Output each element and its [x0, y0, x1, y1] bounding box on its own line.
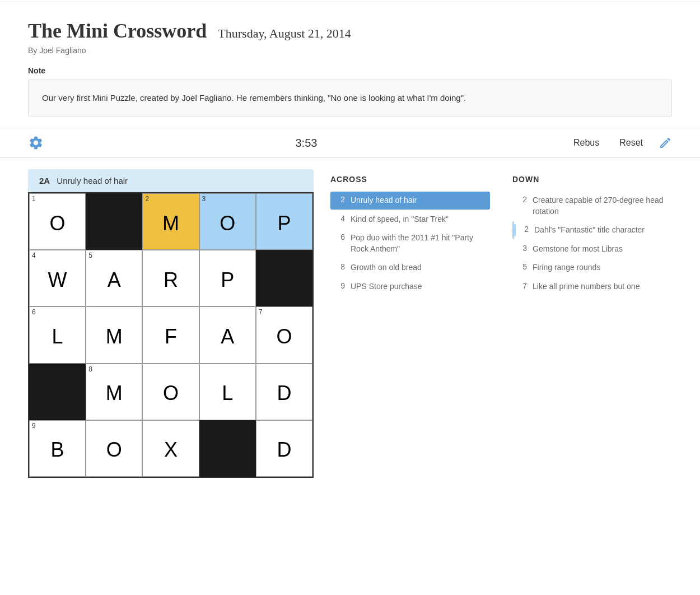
down-clue-4[interactable]: 7Like all prime numbers but one	[512, 278, 672, 296]
clue-number: 6	[336, 233, 345, 254]
clue-text: Like all prime numbers but one	[533, 281, 666, 292]
across-clue-9[interactable]: 9UPS Store purchase	[330, 278, 490, 296]
grid-cell-4-1[interactable]: O	[86, 420, 142, 477]
grid-wrapper: 1O2M3OP4W5ARP6LMFA7O8MOLD9BOXD	[28, 192, 314, 478]
rebus-button[interactable]: Rebus	[569, 136, 604, 150]
cell-letter: O	[276, 325, 292, 348]
grid-cell-3-1[interactable]: 8M	[86, 364, 142, 420]
cell-letter: D	[277, 382, 291, 405]
clue-bar-text: Unruly head of hair	[57, 176, 128, 185]
across-clue-6[interactable]: 6Pop duo with the 2011 #1 hit "Party Roc…	[330, 229, 490, 258]
cell-number: 6	[32, 309, 36, 315]
grid-cell-0-1[interactable]	[86, 193, 142, 250]
cell-letter: D	[277, 438, 291, 462]
cell-letter: O	[220, 212, 235, 235]
grid-cell-2-4[interactable]: 7O	[256, 306, 312, 363]
grid-cell-2-3[interactable]: A	[199, 306, 256, 363]
cell-letter: O	[50, 212, 66, 235]
grid-cell-0-2[interactable]: 2M	[142, 193, 199, 250]
grid-cell-1-3[interactable]: P	[199, 250, 256, 306]
clue-number: 7	[518, 281, 527, 292]
grid-cell-1-0[interactable]: 4W	[29, 250, 86, 306]
cell-number: 3	[202, 196, 206, 202]
note-box: Our very first Mini Puzzle, created by J…	[28, 80, 672, 117]
cell-number: 7	[259, 309, 263, 315]
down-clues-column: DOWN 2Creature capable of 270-degree hea…	[512, 175, 672, 478]
cell-letter: W	[48, 268, 67, 292]
clue-text: Firing range rounds	[533, 262, 666, 273]
grid-cell-3-3[interactable]: L	[199, 364, 256, 420]
cell-letter: A	[108, 268, 121, 292]
grid-cell-3-4[interactable]: D	[256, 364, 312, 420]
cell-letter: L	[52, 325, 63, 348]
grid-cell-4-4[interactable]: D	[256, 420, 312, 477]
grid-cell-0-3[interactable]: 3O	[199, 193, 256, 250]
clue-text: UPS Store purchase	[351, 281, 484, 292]
page-title: The Mini Crossword	[28, 19, 207, 43]
main-content: 2A Unruly head of hair 1O2M3OP4W5ARP6LMF…	[0, 158, 700, 489]
clue-text: Kind of speed, in "Star Trek"	[351, 214, 484, 225]
down-clue-0[interactable]: 2Creature capable of 270-degree head rot…	[512, 192, 672, 220]
grid-cell-4-2[interactable]: X	[142, 420, 199, 477]
cell-letter: P	[221, 268, 234, 292]
crossword-grid[interactable]: 1O2M3OP4W5ARP6LMFA7O8MOLD9BOXD	[28, 192, 314, 478]
note-label: Note	[28, 66, 672, 75]
clues-area: ACROSS 2Unruly head of hair4Kind of spee…	[330, 169, 672, 478]
grid-cell-2-2[interactable]: F	[142, 306, 199, 363]
down-title: DOWN	[512, 175, 672, 184]
cell-letter: O	[163, 382, 179, 405]
grid-cell-4-3[interactable]	[199, 420, 256, 477]
timer: 3:53	[296, 137, 318, 150]
cell-letter: O	[106, 438, 122, 462]
clue-text: Gemstone for most Libras	[533, 244, 666, 255]
cell-letter: R	[164, 268, 178, 292]
reset-button[interactable]: Reset	[615, 136, 647, 150]
cell-letter: P	[277, 212, 291, 235]
cell-number: 5	[88, 252, 92, 259]
cell-number: 9	[32, 422, 36, 429]
grid-cell-3-0[interactable]	[29, 364, 86, 420]
clue-text: Pop duo with the 2011 #1 hit "Party Rock…	[351, 233, 484, 254]
clue-number: 9	[336, 281, 345, 292]
cell-number: 1	[32, 196, 36, 202]
note-text: Our very first Mini Puzzle, created by J…	[42, 91, 658, 105]
note-section: Note Our very first Mini Puzzle, created…	[0, 61, 700, 128]
cell-letter: M	[162, 212, 179, 235]
grid-cell-1-2[interactable]: R	[142, 250, 199, 306]
cell-letter: B	[51, 438, 64, 462]
cell-letter: M	[106, 382, 123, 405]
down-clue-2[interactable]: 3Gemstone for most Libras	[512, 240, 672, 258]
grid-cell-4-0[interactable]: 9B	[29, 420, 86, 477]
clue-text: Creature capable of 270-degree head rota…	[533, 195, 666, 217]
across-clue-4[interactable]: 4Kind of speed, in "Star Trek"	[330, 211, 490, 229]
settings-icon[interactable]	[28, 135, 44, 151]
grid-cell-1-1[interactable]: 5A	[86, 250, 142, 306]
cell-number: 8	[88, 366, 92, 373]
toolbar-left	[28, 135, 44, 151]
grid-cell-0-0[interactable]: 1O	[29, 193, 86, 250]
cell-number: 2	[145, 196, 149, 202]
down-clue-1[interactable]: 2Dahl's "Fantastic" title character	[512, 221, 672, 239]
across-clue-list: 2Unruly head of hair4Kind of speed, in "…	[330, 192, 490, 296]
clue-number: 2	[518, 195, 527, 217]
clue-number: 2	[336, 195, 345, 206]
across-clues-column: ACROSS 2Unruly head of hair4Kind of spee…	[330, 175, 490, 478]
clue-number: 3	[518, 244, 527, 255]
clue-text: Growth on old bread	[351, 262, 484, 273]
clue-number: 4	[336, 214, 345, 225]
across-clue-2[interactable]: 2Unruly head of hair	[330, 192, 490, 210]
clue-number: 2	[520, 225, 529, 236]
grid-cell-2-1[interactable]: M	[86, 306, 142, 363]
cell-letter: M	[106, 325, 123, 348]
across-clue-8[interactable]: 8Growth on old bread	[330, 259, 490, 277]
grid-cell-1-4[interactable]	[256, 250, 312, 306]
grid-cell-0-4[interactable]: P	[256, 193, 312, 250]
toolbar-right: Rebus Reset	[569, 136, 672, 150]
down-clue-3[interactable]: 5Firing range rounds	[512, 259, 672, 277]
header: The Mini Crossword Thursday, August 21, …	[0, 2, 700, 61]
grid-cell-3-2[interactable]: O	[142, 364, 199, 420]
down-clue-list: 2Creature capable of 270-degree head rot…	[512, 192, 672, 296]
pencil-icon[interactable]	[659, 136, 672, 150]
grid-cell-2-0[interactable]: 6L	[29, 306, 86, 363]
across-title: ACROSS	[330, 175, 490, 184]
